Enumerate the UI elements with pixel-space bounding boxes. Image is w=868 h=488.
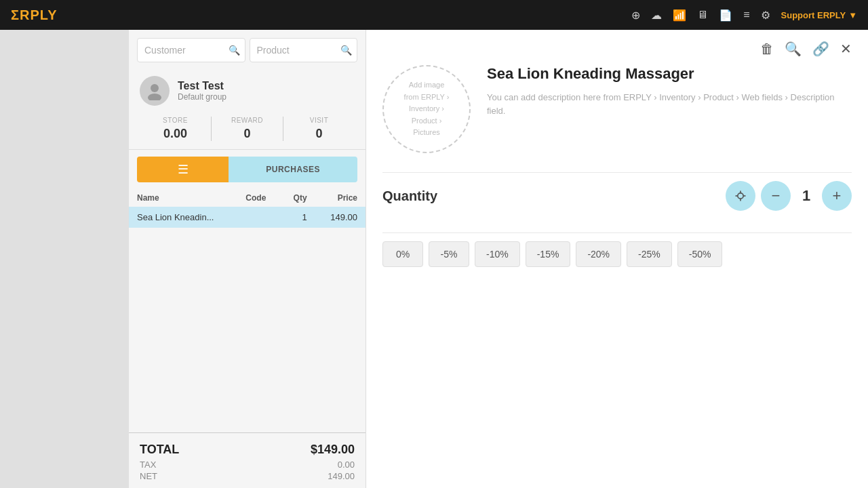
right-panel: 🗑 🔍 🔗 ✕ Add imagefrom ERPLY ›Inventory ›…: [366, 30, 868, 488]
product-header: 🗑 🔍 🔗 ✕: [382, 41, 852, 57]
product-search-field[interactable]: 🔍: [250, 38, 358, 62]
chart-icon[interactable]: 📶: [673, 9, 686, 22]
support-chevron: ▼: [848, 10, 857, 20]
discount-button[interactable]: 0%: [382, 241, 423, 267]
scale-button[interactable]: [726, 181, 755, 211]
link-icon[interactable]: 🔗: [812, 41, 829, 57]
product-image: Add imagefrom ERPLY ›Inventory ›Product …: [382, 65, 471, 153]
discount-button[interactable]: -10%: [475, 241, 520, 267]
col-name: Name: [129, 189, 237, 207]
close-icon[interactable]: ✕: [840, 41, 852, 57]
net-value: 149.00: [328, 471, 355, 481]
product-header-actions: 🗑 🔍 🔗 ✕: [760, 41, 852, 57]
svg-point-2: [738, 193, 743, 199]
table-row[interactable]: Sea Lion Kneadin... 1 149.00: [129, 207, 366, 228]
quantity-increase-button[interactable]: +: [822, 181, 852, 211]
left-panel: 🔍 🔍 Test Test Default group S: [129, 30, 366, 488]
customer-search-icon[interactable]: 🔍: [229, 45, 240, 56]
discount-row: 0%-5%-10%-15%-20%-25%-50%: [382, 241, 852, 267]
product-image-text: Add imagefrom ERPLY ›Inventory ›Product …: [404, 79, 450, 139]
customer-search-field[interactable]: 🔍: [137, 38, 245, 62]
col-qty: Qty: [280, 189, 315, 207]
item-name: Sea Lion Kneadin...: [129, 207, 237, 228]
customer-info: Test Test Default group: [129, 69, 366, 113]
svg-point-0: [151, 84, 159, 92]
quantity-label: Quantity: [382, 188, 437, 204]
main-layout: 🔍 🔍 Test Test Default group S: [0, 30, 868, 488]
divider-1: [382, 172, 852, 173]
tax-label: TAX: [140, 460, 156, 470]
discount-button[interactable]: -5%: [429, 241, 469, 267]
item-table: Name Code Qty Price Sea Lion Kneadin... …: [129, 189, 366, 228]
support-label: Support ERPLY: [781, 10, 846, 20]
display-icon[interactable]: 🖥: [697, 9, 708, 21]
support-link[interactable]: Support ERPLY ▼: [781, 10, 857, 20]
total-label: TOTAL: [140, 443, 179, 457]
app-logo: ΣRPLY: [11, 7, 58, 23]
stat-visit: VISIT 0: [283, 117, 355, 141]
customer-group: Default group: [178, 92, 226, 102]
action-buttons: ☰ PURCHASES: [137, 157, 357, 182]
svg-point-1: [148, 94, 161, 100]
discount-button[interactable]: -25%: [627, 241, 672, 267]
product-content: Add imagefrom ERPLY ›Inventory ›Product …: [382, 65, 852, 153]
stat-store: STORE 0.00: [140, 117, 211, 141]
stats-row: STORE 0.00 REWARD 0 VISIT 0: [129, 113, 366, 150]
receipt-button[interactable]: ☰: [137, 157, 229, 182]
product-details: Sea Lion Kneading Massager You can add d…: [487, 65, 852, 153]
quantity-value: 1: [796, 187, 816, 205]
store-label: STORE: [140, 117, 211, 124]
cloud-icon[interactable]: ☁: [651, 9, 662, 22]
visit-label: VISIT: [283, 117, 355, 124]
avatar: [140, 76, 170, 106]
customer-name: Test Test: [178, 80, 226, 92]
store-value: 0.00: [140, 127, 211, 141]
tax-value: 0.00: [338, 460, 355, 470]
delete-icon[interactable]: 🗑: [760, 41, 774, 57]
logo-sigma: Σ: [11, 7, 20, 22]
document-icon[interactable]: 📄: [719, 9, 732, 22]
total-area: TOTAL $149.00 TAX 0.00 NET 149.00: [129, 432, 366, 488]
quantity-decrease-button[interactable]: −: [761, 181, 791, 211]
item-code: [237, 207, 280, 228]
reward-label: REWARD: [212, 117, 283, 124]
discount-button[interactable]: -20%: [576, 241, 621, 267]
quantity-controls: − 1 +: [726, 181, 852, 211]
item-price: 149.00: [315, 207, 366, 228]
quantity-section: Quantity − 1 +: [382, 181, 852, 211]
col-price: Price: [315, 189, 366, 207]
divider-2: [382, 232, 852, 233]
discount-button[interactable]: -15%: [526, 241, 571, 267]
left-sidebar: [0, 30, 129, 488]
visit-value: 0: [283, 127, 355, 141]
alert-icon[interactable]: ⊕: [631, 9, 640, 22]
reward-value: 0: [212, 127, 283, 141]
item-qty: 1: [280, 207, 315, 228]
total-row: TOTAL $149.00: [140, 443, 355, 457]
search-bar: 🔍 🔍: [129, 30, 366, 69]
net-label: NET: [140, 471, 157, 481]
product-search-icon[interactable]: 🔍: [340, 45, 352, 56]
product-description: You can add description here from ERPLY …: [487, 91, 852, 117]
topnav-right: ⊕ ☁ 📶 🖥 📄 ≡ ⚙ Support ERPLY ▼: [631, 9, 857, 22]
product-title: Sea Lion Kneading Massager: [487, 65, 852, 83]
net-row: NET 149.00: [140, 471, 355, 481]
settings-icon[interactable]: ⚙: [761, 9, 770, 22]
logo-text: RPLY: [20, 7, 58, 22]
tax-row: TAX 0.00: [140, 460, 355, 470]
customer-details: Test Test Default group: [178, 80, 226, 102]
stat-reward: REWARD 0: [211, 117, 283, 141]
col-code: Code: [237, 189, 280, 207]
receipt-icon: ☰: [178, 162, 189, 177]
search-product-icon[interactable]: 🔍: [785, 41, 802, 57]
purchases-button[interactable]: PURCHASES: [229, 157, 357, 182]
menu-icon[interactable]: ≡: [743, 9, 749, 21]
topnav: ΣRPLY ⊕ ☁ 📶 🖥 📄 ≡ ⚙ Support ERPLY ▼: [0, 0, 868, 30]
total-value: $149.00: [311, 443, 355, 457]
discount-button[interactable]: -50%: [677, 241, 723, 267]
